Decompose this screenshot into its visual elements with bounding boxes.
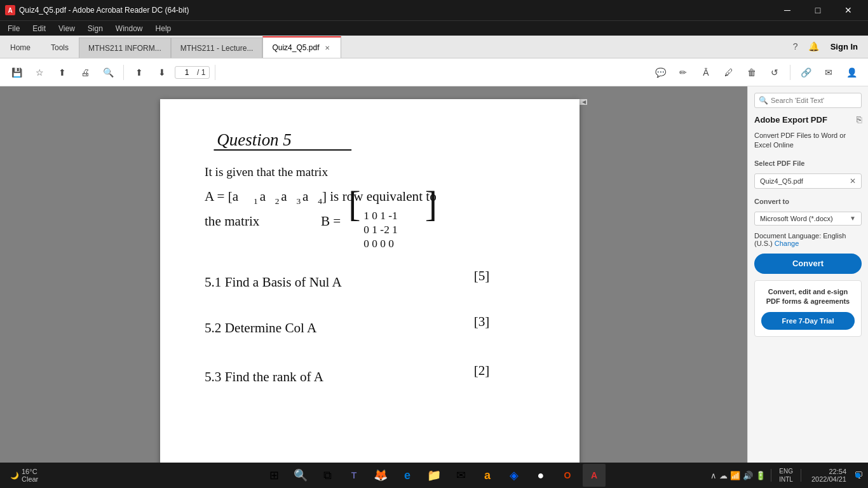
convert-to-select[interactable]: Microsoft Word (*.docx) ▼ xyxy=(754,212,862,226)
rotate-button[interactable]: ↺ xyxy=(764,62,785,83)
clear-file-button[interactable]: ✕ xyxy=(850,177,856,186)
task-view-button[interactable]: ⧉ xyxy=(316,464,339,487)
explorer-icon[interactable]: 📁 xyxy=(423,464,445,487)
selected-file-name: Quiz4_Q5.pdf xyxy=(760,177,803,185)
menu-file[interactable]: File xyxy=(3,23,25,34)
edge-icon[interactable]: e xyxy=(396,464,419,487)
svg-text:[5]: [5] xyxy=(474,268,490,283)
tab-bar-right: ? 🔔 Sign In xyxy=(790,35,868,58)
convert-button[interactable]: Convert xyxy=(754,254,862,274)
svg-text:0  0   0   0: 0 0 0 0 xyxy=(363,238,394,250)
upload-button[interactable]: ⬆ xyxy=(52,62,72,83)
svg-text:[2]: [2] xyxy=(474,363,490,378)
change-language-button[interactable]: Change xyxy=(775,240,799,247)
panel-toggle[interactable]: ◀ xyxy=(580,99,587,105)
tab-bar: Home Tools MTHS211 INFORM... MTHS211 - L… xyxy=(0,36,868,58)
page-sep: / 1 xyxy=(197,68,205,77)
epic-icon[interactable]: ● xyxy=(529,464,552,487)
magnify-button[interactable]: 🔍 xyxy=(98,62,118,83)
convert-to-value: Microsoft Word (*.docx) xyxy=(760,215,833,222)
selected-file-box: Quiz4_Q5.pdf ✕ xyxy=(754,173,862,189)
email-button[interactable]: ✉ xyxy=(818,62,839,83)
menu-edit[interactable]: Edit xyxy=(27,23,51,34)
wifi-icon[interactable]: 📶 xyxy=(730,471,740,480)
pdf-page: .hw { font-family: 'Segoe Script', 'Comi… xyxy=(160,99,580,463)
time-display: 22:54 xyxy=(811,468,846,475)
firefox-icon[interactable]: 🦊 xyxy=(369,464,392,487)
start-button[interactable]: ⊞ xyxy=(262,464,285,487)
bell-icon[interactable]: 🔔 xyxy=(806,39,822,54)
notification-button[interactable]: 🗨 xyxy=(854,470,863,480)
search-box[interactable]: 🔍 xyxy=(754,93,862,108)
chevron-up-icon[interactable]: ∧ xyxy=(710,471,717,480)
toolbar-sep-3 xyxy=(790,65,790,80)
menu-help[interactable]: Help xyxy=(151,23,177,34)
maximize-button[interactable]: □ xyxy=(803,0,832,20)
svg-text:2: 2 xyxy=(275,196,280,206)
toolbar: 💾 ☆ ⬆ 🖨 🔍 ⬆ ⬇ / 1 💬 ✏ Ā 🖊 🗑 ↺ 🔗 ✉ 👤 xyxy=(0,58,868,86)
toolbar-right: 💬 ✏ Ā 🖊 🗑 ↺ 🔗 ✉ 👤 xyxy=(650,62,862,83)
svg-text:A = [a: A = [a xyxy=(205,189,239,204)
search-taskbar-button[interactable]: 🔍 xyxy=(289,464,312,487)
trial-button[interactable]: Free 7-Day Trial xyxy=(761,312,855,330)
teams-icon[interactable]: T xyxy=(342,464,365,487)
link-button[interactable]: 🔗 xyxy=(796,62,816,83)
pencil-button[interactable]: ✏ xyxy=(673,62,693,83)
search-input[interactable] xyxy=(771,97,858,104)
acrobat-icon: A xyxy=(5,5,15,15)
menu-bar: File Edit View Sign Window Help xyxy=(0,20,868,36)
title-text: Quiz4_Q5.pdf - Adobe Acrobat Reader DC (… xyxy=(19,6,189,15)
office-icon[interactable]: O xyxy=(556,464,579,487)
tab-mths211-inform[interactable]: MTHS211 INFORM... xyxy=(79,37,171,58)
weather-temp: 16°C xyxy=(22,468,38,475)
time-date-block[interactable]: 22:54 2022/04/21 xyxy=(806,468,851,483)
bookmark-button[interactable]: ☆ xyxy=(29,62,50,83)
highlighter-button[interactable]: Ā xyxy=(696,62,716,83)
page-number-input[interactable] xyxy=(179,68,194,77)
weather-icon: 🌙 xyxy=(10,471,19,480)
acrobat-taskbar-icon[interactable]: A xyxy=(583,464,606,487)
export-pdf-subtitle: Convert PDF Files to Word or Excel Onlin… xyxy=(754,131,862,151)
menu-window[interactable]: Window xyxy=(111,23,148,34)
dropbox-icon[interactable]: ◈ xyxy=(503,464,526,487)
page-up-button[interactable]: ⬆ xyxy=(129,62,149,83)
search-icon: 🔍 xyxy=(759,96,768,105)
speaker-icon[interactable]: 🔊 xyxy=(743,471,753,480)
print-button[interactable]: 🖨 xyxy=(75,62,95,83)
minimize-button[interactable]: ─ xyxy=(773,0,802,20)
comment-button[interactable]: 💬 xyxy=(650,62,670,83)
tab-home[interactable]: Home xyxy=(0,37,41,58)
help-icon[interactable]: ? xyxy=(790,39,801,54)
weather-widget: 🌙 16°C Clear xyxy=(5,468,43,483)
promo-box: Convert, edit and e-sign PDF forms & agr… xyxy=(754,280,862,337)
close-button[interactable]: ✕ xyxy=(834,0,863,20)
export-pdf-title: Adobe Export PDF xyxy=(754,115,827,125)
signin-button[interactable]: Sign In xyxy=(827,42,862,51)
menu-view[interactable]: View xyxy=(53,23,80,34)
convert-to-label: Convert to xyxy=(754,198,862,205)
user-button[interactable]: 👤 xyxy=(841,62,862,83)
svg-text:5.2   Determine Col A: 5.2 Determine Col A xyxy=(205,320,317,336)
battery-icon[interactable]: 🔋 xyxy=(756,471,766,480)
svg-text:1  0   1  -1: 1 0 1 -1 xyxy=(363,210,397,222)
stamp-button[interactable]: 🖊 xyxy=(719,62,739,83)
page-down-button[interactable]: ⬇ xyxy=(152,62,172,83)
convert-to-arrow-icon: ▼ xyxy=(850,215,856,222)
language-indicator[interactable]: ENGINTL xyxy=(776,467,796,484)
svg-text:a: a xyxy=(281,189,287,204)
cloud-icon[interactable]: ☁ xyxy=(719,471,728,480)
taskbar-right: ∧ ☁ 📶 🔊 🔋 ENGINTL 22:54 2022/04/21 🗨 xyxy=(710,467,863,484)
tab-tools[interactable]: Tools xyxy=(41,37,79,58)
amazon-icon[interactable]: a xyxy=(476,464,499,487)
toolbar-sep-1 xyxy=(123,65,124,80)
save-button[interactable]: 💾 xyxy=(6,62,27,83)
delete-button[interactable]: 🗑 xyxy=(742,62,762,83)
menu-sign[interactable]: Sign xyxy=(83,23,108,34)
tab-close-icon[interactable]: ✕ xyxy=(323,43,332,52)
mail-icon[interactable]: ✉ xyxy=(449,464,472,487)
tab-quiz4-q5[interactable]: Quiz4_Q5.pdf ✕ xyxy=(262,36,341,58)
svg-text:1: 1 xyxy=(254,196,258,206)
tab-mths211-lecture[interactable]: MTHS211 - Lecture... xyxy=(171,37,263,58)
svg-text:the  matrix: the matrix xyxy=(205,214,260,229)
svg-text:A: A xyxy=(8,7,12,14)
